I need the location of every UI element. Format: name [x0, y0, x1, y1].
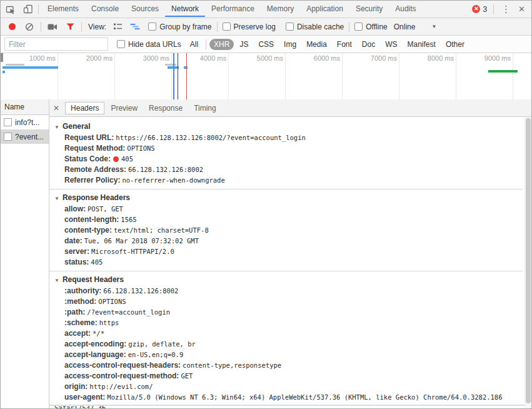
- header-value: Tue, 06 Mar 2018 07:32:02 GMT: [84, 237, 199, 245]
- tabbar-right-controls: ✕ 3 ⋮ ✕: [472, 4, 531, 15]
- header-line: access-control-request-headers:content-t…: [49, 360, 523, 371]
- timeline-tick-label: 3000 ms: [143, 54, 169, 62]
- header-value: GET: [181, 372, 193, 380]
- tab-performance[interactable]: Performance: [205, 1, 261, 17]
- view-list-button[interactable]: [111, 21, 124, 33]
- tab-application[interactable]: Application: [300, 1, 349, 17]
- error-count: 3: [483, 5, 487, 14]
- group-by-frame-checkbox[interactable]: [148, 23, 156, 31]
- filter-pill-xhr[interactable]: XHR: [209, 39, 234, 50]
- name-column-header[interactable]: Name: [1, 99, 49, 115]
- record-icon: [9, 23, 16, 30]
- header-name: accept-encoding:: [64, 340, 126, 348]
- vertical-scrollbar[interactable]: [524, 117, 531, 408]
- filter-pill-img[interactable]: Img: [279, 39, 301, 50]
- filter-pill-ws[interactable]: WS: [381, 39, 401, 50]
- header-name: allow:: [64, 204, 86, 213]
- network-filter-bar: Hide data URLs AllXHRJSCSSImgMediaFontDo…: [1, 36, 531, 53]
- header-line: accept-language:en-US,en;q=0.9: [49, 350, 523, 360]
- timeline-tick-label: 8000 ms: [428, 54, 454, 62]
- close-detail-icon[interactable]: ✕: [49, 104, 64, 113]
- timeline-mark-navy-line: [178, 53, 178, 101]
- divider: [81, 22, 82, 32]
- timeline-gridline: 9000 ms: [456, 53, 513, 101]
- filter-pill-css[interactable]: CSS: [254, 39, 278, 50]
- filter-button[interactable]: [63, 21, 77, 33]
- device-toolbar-icon[interactable]: [21, 3, 36, 16]
- tab-memory[interactable]: Memory: [261, 1, 300, 17]
- filter-pill-other[interactable]: Other: [441, 39, 469, 50]
- header-name: :authority:: [64, 286, 101, 295]
- header-line: accept-encoding:gzip, deflate, br: [49, 339, 523, 350]
- section-header[interactable]: ▼Request Headers: [49, 273, 523, 286]
- hide-data-urls-checkbox[interactable]: [117, 40, 125, 48]
- preserve-log-checkbox[interactable]: [223, 23, 231, 31]
- content-bottom-divider: [49, 405, 525, 406]
- request-row[interactable]: ?event...: [1, 129, 49, 144]
- waterfall-icon: [130, 23, 140, 31]
- clear-button[interactable]: [23, 21, 36, 33]
- tab-sources[interactable]: Sources: [125, 1, 165, 17]
- divider: [38, 4, 39, 14]
- capture-screenshots-button[interactable]: [46, 21, 59, 33]
- filter-input[interactable]: [4, 38, 108, 51]
- record-button[interactable]: [5, 21, 19, 33]
- filter-pill-manifest[interactable]: Manifest: [403, 39, 440, 50]
- view-waterfall-button[interactable]: [128, 21, 142, 33]
- chevron-down-icon[interactable]: ▼: [431, 24, 436, 29]
- disable-cache-checkbox[interactable]: [286, 23, 294, 31]
- header-value: https://66.128.132.126:8002/?event=accou…: [116, 134, 305, 141]
- header-line: Request URL:https://66.128.132.126:8002/…: [49, 133, 523, 143]
- filter-pill-font[interactable]: Font: [333, 39, 356, 50]
- throttling-select[interactable]: Online: [394, 23, 416, 31]
- overflow-menu-icon[interactable]: ⋮: [496, 4, 516, 15]
- timeline-gridline: 1000 ms: [1, 53, 58, 101]
- timeline-tick-label: 4000 ms: [200, 54, 226, 62]
- request-detail-pane: ✕ HeadersPreviewResponseTiming ▼GeneralR…: [49, 99, 531, 408]
- resource-type-filters: AllXHRJSCSSImgMediaFontDocWSManifestOthe…: [185, 39, 469, 50]
- inspect-element-icon[interactable]: [3, 3, 18, 16]
- timeline-tick-label: 7000 ms: [371, 54, 397, 62]
- timeline-gridline: 4000 ms: [171, 53, 229, 101]
- header-name: Request Method:: [64, 144, 125, 153]
- close-devtools-icon[interactable]: ✕: [516, 4, 531, 14]
- offline-checkbox[interactable]: [354, 23, 363, 31]
- timeline-mark-green-bar: [488, 70, 518, 73]
- console-error-badge[interactable]: ✕ 3: [472, 5, 487, 14]
- tab-preview[interactable]: Preview: [106, 103, 143, 114]
- filter-pill-media[interactable]: Media: [302, 39, 331, 50]
- triangle-down-icon: ▼: [54, 124, 59, 130]
- filter-pill-all[interactable]: All: [186, 39, 203, 50]
- tab-response[interactable]: Response: [144, 103, 188, 114]
- section-header[interactable]: ▼General: [49, 119, 523, 133]
- request-list: info?t...?event...: [1, 115, 49, 144]
- network-overview-timeline[interactable]: 1000 ms2000 ms3000 ms4000 ms5000 ms6000 …: [1, 53, 531, 101]
- triangle-down-icon: ▼: [54, 196, 59, 201]
- tab-security[interactable]: Security: [349, 1, 389, 17]
- error-icon: ✕: [472, 5, 480, 13]
- header-line: accept:*/*: [49, 328, 523, 339]
- tab-headers[interactable]: Headers: [65, 102, 104, 114]
- tab-timing[interactable]: Timing: [189, 103, 221, 114]
- tab-console[interactable]: Console: [85, 1, 125, 17]
- divider: [206, 39, 206, 49]
- section-header[interactable]: ▼Response Headers: [49, 191, 523, 204]
- filter-pill-js[interactable]: JS: [235, 39, 253, 50]
- filter-pill-doc[interactable]: Doc: [358, 39, 379, 50]
- divider: [493, 4, 494, 14]
- network-toolbar: View: Group by frame Preserve log Disabl…: [1, 18, 531, 36]
- header-line: content-length:1565: [49, 215, 523, 225]
- timeline-gridline: 2000 ms: [58, 53, 115, 101]
- scrollbar-thumb[interactable]: [526, 118, 531, 403]
- requests-panel: Name info?t...?event...: [1, 99, 49, 408]
- header-name: Request URL:: [64, 133, 114, 142]
- header-value: text/html; charset=UTF-8: [114, 226, 209, 234]
- disable-cache-label: Disable cache: [297, 23, 344, 31]
- tab-network[interactable]: Network: [165, 1, 205, 17]
- tab-audits[interactable]: Audits: [389, 1, 422, 17]
- timeline-mark-domcontentloaded-line: [173, 53, 174, 101]
- header-sections: ▼GeneralRequest URL:https://66.128.132.1…: [49, 119, 523, 408]
- section-request-headers: ▼Request Headers:authority:66.128.132.12…: [49, 273, 523, 408]
- request-row[interactable]: info?t...: [1, 115, 49, 129]
- tab-elements[interactable]: Elements: [41, 1, 85, 17]
